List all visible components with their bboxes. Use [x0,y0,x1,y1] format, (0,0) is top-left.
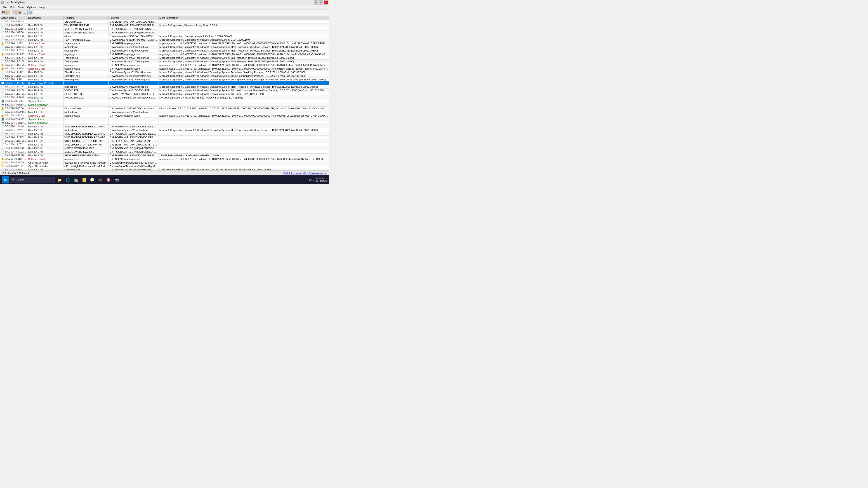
cell-info [158,99,329,103]
column-header-file[interactable]: Filename [64,16,109,20]
toolbar-report-button[interactable]: 📊 [23,10,28,15]
table-row[interactable]: ⚠️ 8/5/2024 2:55:23... Software Crash ra… [0,114,329,118]
row-icon: ⚠️ [1,107,4,109]
table-row[interactable]: 💻 8/5/2024 3:17:14... System Started [0,99,329,103]
table-row[interactable]: 📄 8/4/2024 8:25:37... Run .EXE file Open… [0,168,329,170]
table-row[interactable]: ⚠️ 8/5/2024 11:29:3... Software Crash ra… [0,67,329,70]
table-row[interactable]: ⚠️ 8/5/2024 12:23:1... Software Crash ra… [0,41,329,45]
cell-info [158,27,329,31]
table-row[interactable]: 📄 8/4/2024 8:32:38... Run .EXE file PROS… [0,154,329,157]
table-row[interactable]: 📄 8/4/2024 11:37:2... Run .EXE file VOIC… [0,139,329,143]
table-row[interactable]: 📄 8/5/2024 11:28:1... Run .EXE file Dism… [0,70,329,74]
taskbar-search-box[interactable]: 🔍 Search [10,177,55,183]
column-header-info[interactable]: More Information [158,16,329,20]
cell-file: ragemp_v.exe [64,53,109,56]
table-row[interactable]: 📄 8/5/2024 2:49:55... Run .EXE file MSED… [0,27,329,31]
table-row[interactable]: 📄 8/4/2024 8:39:22... Run .EXE file MSED… [0,150,329,154]
table-container[interactable]: Action Time▼ Description Filename Full P… [0,16,329,170]
cell-file: VOICEMODDESKTOP.EXE.CONFIG [64,125,109,128]
table-row[interactable]: 📄 8/5/2024 2:49:33... Run .EXE file TEXT… [0,38,329,41]
toolbar-copy-button[interactable]: 📋 [12,10,17,15]
toolbar-settings-button[interactable]: ⚙️ [28,10,33,15]
taskbar-app-game2[interactable]: 🎯 [105,176,112,184]
start-button[interactable]: ⊞ [2,176,9,184]
table-row[interactable]: 🔄 8/5/2024 11:27:5... Restore Point Crea… [0,81,329,85]
toolbar-export-button[interactable]: 📤 [17,10,22,15]
cell-desc: Run .EXE file [27,78,64,81]
table-row[interactable]: 📁 8/4/2024 8:26:21... Open file or folde… [0,164,329,168]
row-icon: 📄 [1,20,4,23]
table-row[interactable]: 📄 8/5/2024 2:49:54... Run .EXE file MSED… [0,31,329,34]
row-icon: 📄 [1,71,4,73]
menu-help[interactable]: Help [37,5,46,9]
table-row[interactable]: 📄 8/4/2024 11:37:2... Run .EXE file VOIC… [0,143,329,147]
table-row[interactable]: 📄 8/5/2024 11:33:3... Run .EXE file svch… [0,49,329,53]
cell-time: 📄 8/5/2024 2:56:48... [0,110,27,114]
table-row[interactable]: ⚠️ 8/5/2024 11:33:2... Software Crash ra… [0,53,329,56]
table-row[interactable]: 📄 8/5/2024 11:31:5... Run .EXE file Task… [0,56,329,60]
table-row[interactable]: 💻 8/5/2024 3:05:54... System Shutdown [0,103,329,107]
table-row[interactable]: 📄 8/5/2024 11:28:1... Run .EXE file Dism… [0,74,329,78]
column-header-path[interactable]: Full Path [109,16,158,20]
main-content: Action Time▼ Description Filename Full P… [0,16,329,170]
taskbar-app-store[interactable]: 🛍️ [72,176,80,184]
table-row[interactable]: 📄 8/5/2024 2:56:48... Run .EXE file svch… [0,110,329,114]
cell-time: 📄 8/5/2024 2:49:54... [0,31,27,34]
taskbar-app-notes[interactable]: 📒 [81,176,88,184]
table-row[interactable]: ⚠️ 8/5/2024 11:31:2... Software Crash ra… [0,63,329,67]
table-row[interactable]: 📄 8/5/2024 11:26:5... Run .EXE file NVID… [0,96,329,99]
toolbar-save-button[interactable]: 💾 [1,10,6,15]
menu-file[interactable]: File [1,5,8,9]
table-row[interactable]: ⚠️ 8/5/2024 3:05:54... Software Crash Cr… [0,107,329,110]
menu-options[interactable]: Options [25,5,37,9]
cell-info [158,161,329,164]
nirsoft-link[interactable]: NirSoft Freeware. https://www.nirsoft.ne… [283,172,327,174]
menu-view[interactable]: View [17,5,26,9]
column-header-desc[interactable]: Description [27,16,64,20]
cell-path: C:\PROGRAM FILES (X86)\MICROSOFTED... [109,31,158,34]
cell-info [158,139,329,143]
cell-file: MSEDGEWEBVIEW2.EXE [64,147,109,150]
table-row[interactable]: 💻 8/5/2024 1:35:18... System Shutdown [0,121,329,125]
taskbar-app-browser[interactable]: 🌐 [64,176,71,184]
table-row[interactable]: 📄 8/5/2024 1:24:44... Run .EXE file VOIC… [0,125,329,128]
table-row[interactable]: 💻 8/5/2024 2:54:22... System Started [0,118,329,121]
table-row[interactable]: 📄 8/5/2024 11:27:5... Run .EXE file VSSV… [0,89,329,92]
toolbar-open-button[interactable]: 📂 [6,10,11,15]
table-row[interactable]: 📄 8/5/2024 11:28:1... Run .EXE file clea… [0,78,329,81]
taskbar-app-camera[interactable]: 📷 [113,176,120,184]
search-label: Search [17,178,24,181]
cell-desc: Run .EXE file [27,27,64,31]
table-row[interactable]: ⚠️ 8/4/2024 8:31:27... Software Crash ra… [0,157,329,161]
cell-file: svchost.exe [64,110,109,114]
table-row[interactable]: 📄 8/5/2024 11:31:5... Run .EXE file Task… [0,60,329,63]
table-row[interactable]: 📄 8/4/2024 8:39:23... Run .EXE file MSED… [0,147,329,150]
cell-path: C:\Windows\System32\DismHost.exe [109,70,158,74]
maximize-button[interactable]: □ [319,0,323,4]
table-row[interactable]: 📄 8/5/2024 5:37:23... DISCORD.EXE C:\USE… [0,20,329,24]
taskbar-app-explorer[interactable]: 📁 [56,176,63,184]
taskbar-app-game1[interactable]: 🎮 [97,176,104,184]
table-row[interactable]: 📄 8/5/2024 2:49:33... Run .EXE file olk.… [0,34,329,38]
cell-file [64,99,109,103]
cell-desc: Run .EXE file [27,24,64,27]
table-row[interactable]: 📄 8/5/2024 11:27:5... Run .EXE file svch… [0,85,329,89]
cell-info: Microsoft Corporation, Microsoft® Window… [158,92,329,96]
close-button[interactable]: ✕ [324,0,328,4]
cell-time: 📁 8/4/2024 8:26:21... [0,164,27,168]
table-row[interactable]: 📁 8/4/2024 8:27:09... Open file or folde… [0,161,329,164]
taskbar-app-discord[interactable]: 💬 [89,176,96,184]
cell-desc: Run .EXE file [27,92,64,96]
table-row[interactable]: 📄 8/4/2024 11:38:2... Run .EXE file VOIC… [0,135,329,139]
menu-edit[interactable]: Edit [8,5,17,9]
minimize-button[interactable]: ─ [314,0,318,4]
table-row[interactable]: 📄 8/5/2024 11:33:3... Run .EXE file svch… [0,45,329,49]
cell-desc: Software Crash [27,63,64,67]
table-row[interactable]: 📄 8/5/2024 1:24:44... Run .EXE file svch… [0,128,329,132]
menubar: File Edit View Options Help [0,5,329,9]
table-row[interactable]: 📄 8/5/2024 3:01:21... Run .EXE file WINS… [0,24,329,27]
column-header-time[interactable]: Action Time▼ [0,16,27,20]
cell-desc: System Shutdown [27,121,64,125]
table-row[interactable]: 📄 8/5/2024 11:27:2... Run .EXE file SIHC… [0,92,329,96]
table-row[interactable]: 📄 8/5/2024 1:24:44... Run .EXE file VOIC… [0,132,329,135]
